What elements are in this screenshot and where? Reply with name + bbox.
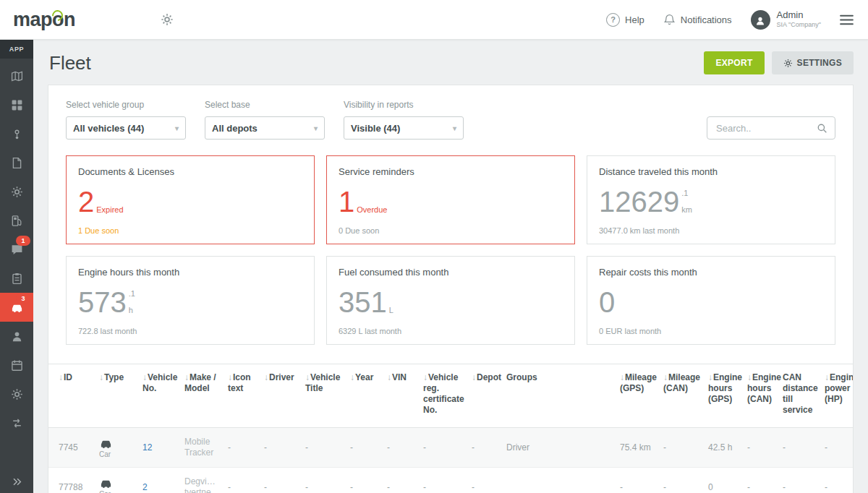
stat-title: Fuel consumed this month [339,267,563,278]
visibility-select[interactable]: Visible (44) [344,116,464,140]
menu-icon[interactable] [840,14,854,25]
help-label: Help [625,14,644,25]
col-header-type[interactable]: Type [93,364,137,428]
base-value: All depots [212,123,258,134]
stat-footer: 30477.0 km last month [599,216,823,235]
sidebar-item-settings[interactable] [0,380,33,408]
stat-value: 12629.1km [599,187,823,216]
cell-can_distance: - [777,468,819,493]
col-header-driver[interactable]: Driver [258,364,299,428]
sort-arrow-icon [423,372,427,382]
cell-engine_hours_gps: 0 [702,468,741,493]
col-header-vehicle_no[interactable]: Vehicle No. [137,364,179,428]
logo-text-end: n [64,9,75,31]
sidebar-item-users[interactable] [0,322,33,351]
stat-footer: 0 Due soon [339,216,563,235]
vehicle-group-label: Select vehicle group [66,100,186,110]
export-button[interactable]: EXPORT [704,51,764,74]
stat-footer: 0 EUR last month [599,317,823,335]
sidebar-item-tasks[interactable] [0,264,33,293]
sort-arrow-icon [747,372,752,382]
notifications-button[interactable]: Notifications [663,14,732,26]
col-header-engine_hours_can[interactable]: Engine hours (CAN) [741,364,777,428]
visibility-value: Visible (44) [351,123,400,134]
app-badge: APP [0,40,33,59]
sidebar-item-routes[interactable] [0,119,33,148]
user-name: Admin [777,10,821,21]
col-header-engine_hours_gps[interactable]: Engine hours (GPS) [702,364,741,428]
vehicle-no-link[interactable]: 2 [137,468,179,493]
col-header-icon_text[interactable]: Icon text [222,364,258,428]
page-title: Fleet [49,52,91,74]
notification-badge: 1 [16,236,30,246]
cell-mileage_gps: 75.4 km [614,428,658,468]
col-header-year[interactable]: Year [344,364,381,428]
stat-title: Repair costs this month [599,267,823,278]
help-icon: ? [606,13,620,27]
user-text: Admin SIA "Company" [777,10,821,28]
sidebar-item-fuel[interactable] [0,206,33,235]
col-header-vehicle_title[interactable]: Vehicle Title [299,364,344,428]
sidebar-item-map[interactable] [0,61,33,90]
avatar [751,10,770,30]
search-icon[interactable] [817,123,827,134]
vehicle-group-select[interactable]: All vehicles (44) [66,116,186,140]
stat-card: Engine hours this month573.1h722.8 last … [66,256,315,345]
dashboard-icon [11,99,23,111]
sidebar-item-integrations[interactable] [0,408,33,437]
col-header-depot[interactable]: Depot [466,364,501,428]
base-select[interactable]: All depots [205,116,325,140]
sidebar-item-maintenance[interactable] [0,177,33,206]
col-header-reg_no[interactable]: Vehicle reg. certificate No. [417,364,466,428]
sort-arrow-icon [708,372,712,382]
table-row[interactable]: 77788Car2Degvielas tvertne---------0--- [48,468,853,493]
col-header-mileage_gps[interactable]: Mileage (GPS) [614,364,658,428]
cell-engine_hours_can: - [741,468,777,493]
table-row[interactable]: 7745Car12Mobile Tracker-------Driver75.4… [48,428,853,468]
mapon-logo[interactable]: mapon [13,9,75,31]
cell-depot: - [466,468,501,493]
quick-settings-gear-icon[interactable] [161,13,174,26]
sidebar-item-documents[interactable] [0,148,33,177]
notifications-label: Notifications [681,14,732,25]
col-header-engine_power[interactable]: Engine power (HP) [819,364,853,428]
search-input[interactable] [715,122,817,134]
sidebar-item-fleet[interactable]: 3 [0,293,33,322]
help-button[interactable]: ? Help [606,13,644,27]
user-menu[interactable]: Admin SIA "Company" [751,10,821,30]
cell-make_model: Mobile Tracker [179,428,222,468]
col-header-id[interactable]: ID [48,364,93,428]
stat-value: 0 [599,288,823,317]
stat-footer: 1 Due soon [78,216,302,235]
car-icon [99,477,113,489]
sort-arrow-icon [59,372,63,382]
user-company: SIA "Company" [777,21,821,28]
sort-arrow-icon [825,372,829,382]
cell-groups [501,468,614,493]
sidebar: APP 13 [0,40,33,493]
sidebar-expand-button[interactable] [0,476,33,487]
vehicle-no-link[interactable]: 12 [137,428,179,468]
stat-card: Fuel consumed this month351L6329 L last … [326,256,575,345]
stat-card: Service reminders1Overdue0 Due soon [326,155,575,244]
sidebar-item-messages[interactable]: 1 [0,235,33,264]
vehicle-group-value: All vehicles (44) [73,123,144,134]
stat-card: Documents & Licenses2Expired1 Due soon [66,155,315,244]
settings-button[interactable]: SETTINGS [772,51,854,74]
fleet-panel: Select vehicle group All vehicles (44) S… [48,85,854,493]
main-content: Fleet EXPORT SETTINGS Select vehicle gro… [33,40,868,493]
notification-badge: 3 [16,293,30,304]
cell-year: - [344,468,381,493]
users-icon [11,330,23,343]
map-icon [11,70,23,82]
sidebar-item-dashboard[interactable] [0,90,33,119]
col-header-vin[interactable]: VIN [381,364,417,428]
cell-depot: - [466,428,501,468]
sort-arrow-icon [472,372,476,382]
cell-mileage_can: - [658,468,702,493]
cell-icon_text: - [222,428,258,468]
sidebar-item-calendar[interactable] [0,351,33,380]
col-header-make_model[interactable]: Make / Model [179,364,222,428]
col-header-mileage_can[interactable]: Mileage (CAN) [658,364,702,428]
stat-title: Service reminders [339,166,563,177]
